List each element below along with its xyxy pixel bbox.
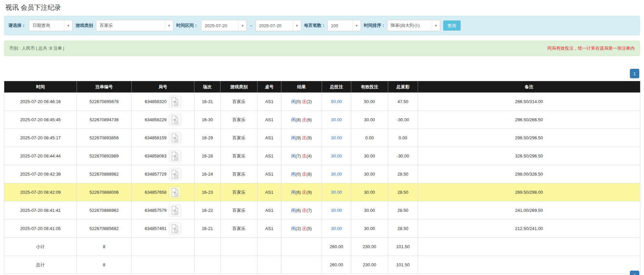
round-no: 634857658 — [145, 190, 167, 195]
page-size-select[interactable]: 100 ▼ — [327, 20, 361, 31]
time-cell: 2025-07-20 08:41:41 — [4, 201, 77, 220]
page-button-1[interactable]: 1 — [630, 271, 639, 275]
chevron-down-icon[interactable]: ▼ — [165, 20, 173, 31]
video-file-icon — [171, 115, 179, 125]
player-points: (0) — [295, 99, 301, 104]
table-no-cell: AS1 — [258, 220, 281, 238]
result-cell: 闲(7) 庄(4) — [281, 147, 322, 165]
col-result: 结果 — [281, 81, 322, 93]
time-cell: 2025-07-20 08:42:39 — [4, 165, 77, 183]
col-total-bet: 总投注 — [322, 81, 351, 93]
total-valid-bet: 230.00 — [351, 256, 388, 274]
video-file-icon — [171, 206, 179, 215]
video-replay-button[interactable] — [169, 168, 181, 180]
chevron-down-icon[interactable]: ▼ — [64, 20, 72, 31]
round-no: 634858320 — [145, 99, 167, 104]
video-file-icon — [171, 170, 179, 179]
result-cell: 闲(2) 庄(5) — [281, 220, 322, 238]
subtotal-count: 8 — [77, 238, 132, 256]
total-payout: 101.50 — [388, 256, 418, 274]
col-table-no: 桌号 — [258, 81, 281, 93]
footer-row-total: 总计 8 260.00 230.00 101.50 — [4, 256, 640, 274]
valid-bet-cell: 30.00 — [351, 183, 388, 201]
video-file-icon — [171, 188, 179, 197]
game-cell: 百家乐 — [221, 220, 258, 238]
total-bet-cell: 30.00 — [322, 147, 351, 165]
banker-points: (9) — [307, 190, 312, 195]
chevron-down-icon[interactable]: ▼ — [238, 20, 246, 31]
banker-points: (2) — [307, 99, 312, 104]
bet-no-cell: 522670888006 — [77, 183, 132, 201]
banker-points: (9) — [307, 135, 312, 140]
game-cell: 百家乐 — [221, 183, 258, 201]
col-time: 时间 — [4, 81, 77, 93]
bet-no-cell: 522670888962 — [77, 165, 132, 183]
video-file-icon — [171, 133, 179, 143]
bet-no-cell: 522670885682 — [77, 220, 132, 238]
date-to-select[interactable]: 2025-07-20 ▼ — [256, 20, 301, 31]
banker-points: (7) — [307, 208, 312, 213]
sort-label: 时间排序 : — [364, 22, 384, 29]
result-cell: 闲(6) 庄(7) — [281, 201, 322, 220]
chevron-down-icon[interactable]: ▼ — [432, 20, 440, 31]
video-replay-button[interactable] — [169, 204, 181, 217]
chevron-down-icon[interactable]: ▼ — [293, 20, 301, 31]
total-label: 总计 — [4, 256, 77, 274]
page-button-1[interactable]: 1 — [630, 69, 639, 78]
total-bet-link[interactable]: 50.00 — [331, 99, 342, 104]
game-cell: 百家乐 — [221, 165, 258, 183]
player-points: (2) — [295, 226, 301, 231]
valid-bet-cell: 30.00 — [351, 147, 388, 165]
query-type-label: 请选择： — [8, 22, 26, 29]
table-row: 2025-07-20 08:46:16 522670895678 6348583… — [4, 93, 640, 111]
round-no-cell: 634858159 — [132, 129, 194, 147]
date-from-select[interactable]: 2025-07-20 ▼ — [201, 20, 247, 31]
total-bet-link[interactable]: 30.00 — [331, 135, 342, 140]
table-no-cell: AS1 — [258, 129, 281, 147]
total-bet-link[interactable]: 30.00 — [331, 153, 342, 158]
game-category-select[interactable]: 百家乐 ▼ — [96, 20, 173, 31]
total-bet-cell: 30.00 — [322, 201, 351, 220]
search-button[interactable]: 查询 — [443, 20, 461, 31]
total-bet-link[interactable]: 30.00 — [331, 208, 342, 213]
subtotal-valid-bet: 230.00 — [351, 238, 388, 256]
video-replay-button[interactable] — [169, 150, 181, 162]
result-cell: 闲(9) 庄(9) — [281, 129, 322, 147]
table-no-cell: AS1 — [258, 111, 281, 129]
total-bet-link[interactable]: 30.00 — [331, 190, 342, 195]
video-file-icon — [171, 97, 179, 106]
bet-no-cell: 522670893856 — [77, 129, 132, 147]
table-row: 2025-07-20 08:41:41 522670886962 6348575… — [4, 201, 640, 220]
total-bet-link[interactable]: 30.00 — [331, 172, 342, 177]
total-bet-cell: 30.00 — [322, 111, 351, 129]
query-type-select[interactable]: 日期查询 ▼ — [29, 20, 73, 31]
table-row-highlighted: 2025-07-20 08:42:09 522670888006 6348576… — [4, 183, 640, 201]
time-range-label: 时间区间： — [176, 22, 198, 29]
session-cell: 16-21 — [194, 220, 221, 238]
player-points: (0) — [295, 172, 301, 177]
date-from-value: 2025-07-20 — [201, 23, 238, 28]
round-no: 634858063 — [145, 153, 167, 158]
video-replay-button[interactable] — [169, 186, 181, 198]
banker-points: (5) — [307, 226, 312, 231]
chevron-down-icon[interactable]: ▼ — [353, 20, 361, 31]
session-cell: 16-23 — [194, 183, 221, 201]
sort-select[interactable]: 降幂(由大到小) ▼ — [387, 20, 440, 31]
banker-label: 庄 — [302, 135, 307, 140]
total-bet-cell: 30.00 — [322, 220, 351, 238]
valid-bet-cell: 30.00 — [351, 111, 388, 129]
total-bet-link[interactable]: 30.00 — [331, 226, 342, 231]
banker-points: (8) — [307, 172, 312, 177]
video-replay-button[interactable] — [169, 223, 181, 235]
total-bet-link[interactable]: 30.00 — [331, 117, 342, 122]
payout-cell: 28.50 — [388, 165, 418, 183]
video-replay-button[interactable] — [169, 96, 181, 108]
video-replay-button[interactable] — [169, 132, 181, 144]
round-no-cell: 634858063 — [132, 147, 194, 165]
remark-cell: 326.50/296.50 — [418, 147, 640, 165]
session-cell: 16-31 — [194, 93, 221, 111]
pagination-top: 1 — [5, 69, 639, 78]
video-replay-button[interactable] — [169, 114, 181, 126]
round-no: 634857729 — [145, 172, 167, 177]
time-cell: 2025-07-20 08:44:44 — [4, 147, 77, 165]
